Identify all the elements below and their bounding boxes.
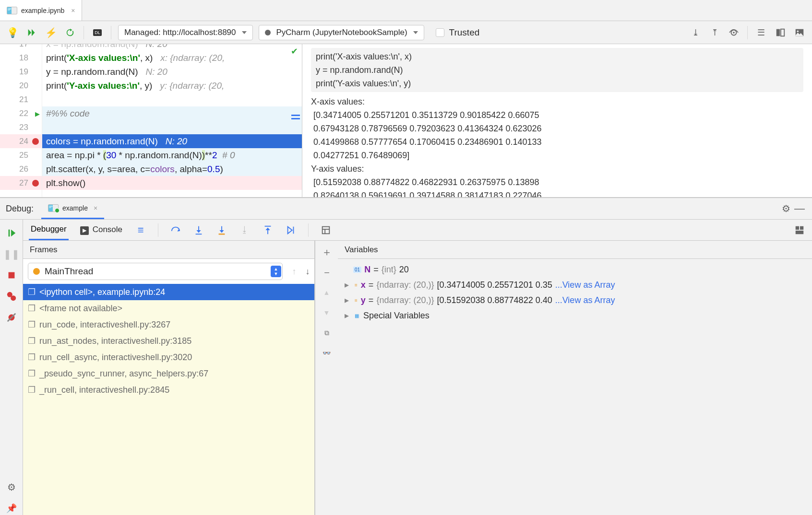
step-over-icon[interactable] [169,223,182,237]
glasses-icon[interactable]: 👓 [320,346,334,360]
editor-split: 171819202122▶2324252627 x = np.random.ra… [0,44,812,198]
add-watch-icon[interactable]: ＋ [320,246,334,259]
svg-rect-19 [322,226,330,234]
svg-rect-2 [776,29,780,36]
tab-console[interactable]: ▶Console [78,220,124,240]
pin-icon[interactable]: 📌 [5,502,18,515]
step-into-icon[interactable] [192,223,205,237]
layout-icon[interactable] [793,223,806,237]
code-editor[interactable]: 171819202122▶2324252627 x = np.random.ra… [0,44,302,197]
frame-row[interactable]: ❐run_ast_nodes, interactiveshell.py:3185 [23,333,314,349]
variable-row[interactable]: ▸≡ y = {ndarray: (20,)} [0.51592038 0.88… [340,293,810,308]
output-panel[interactable]: print('X-axis values:\n', x) y = np.rand… [302,44,812,197]
debug-title: Debug: [6,204,34,214]
svg-point-5 [797,30,799,32]
chevron-down-icon [242,31,247,34]
mute-breakpoints-icon[interactable] [5,311,18,324]
console-icon: ▶ [80,226,89,235]
variables-title: Variables [338,241,812,259]
debug-sidebar: ❚❚ ⚙ 📌 [0,220,23,515]
thread-name: MainThread [45,266,271,277]
frame-row[interactable]: ❐run_code, interactiveshell.py:3267 [23,316,314,333]
minimize-icon[interactable]: — [793,202,806,215]
debug-session-tab[interactable]: example × [41,198,104,219]
frame-row[interactable]: ❐run_cell_async, interactiveshell.py:302… [23,349,314,365]
frames-list[interactable]: ❐<ipython cell>, example.ipynb:24❐<frame… [23,284,314,515]
frames-panel: Frames MainThread ▲▼ ↑ ↓ [23,241,315,515]
kernel-combo[interactable]: PyCharm (JupyterNotebookSample) [259,25,424,40]
variable-row[interactable]: 01 N = {int} 20 [340,262,810,277]
variable-row[interactable]: ▸≡ x = {ndarray: (20,)} [0.34714005 0.25… [340,277,810,293]
svg-rect-3 [781,29,784,36]
inspection-ok-icon: ✔ [291,46,298,57]
debug-toolwindow-header: Debug: example × ⚙ — [0,198,812,220]
kernel-combo-label: PyCharm (JupyterNotebookSample) [276,28,407,37]
svg-rect-22 [796,226,799,229]
evaluate-icon[interactable] [319,223,333,237]
gear-icon[interactable]: ⚙ [779,202,793,215]
thread-selector[interactable]: MainThread ▲▼ [28,263,283,280]
preview-icon[interactable] [727,26,740,39]
svg-point-9 [11,295,16,301]
trusted-toggle[interactable]: Trusted [436,27,480,38]
stop-icon[interactable] [5,269,18,282]
debug-tabs: Debugger ▶Console ≡ ⭳ [23,220,812,241]
cell-above-icon[interactable]: ⤒ [708,26,721,39]
step-out-icon[interactable] [261,223,275,237]
checkbox-icon[interactable] [436,28,444,37]
frame-row[interactable]: ❐_run_cell, interactiveshell.py:2845 [23,382,314,398]
close-icon[interactable]: × [71,7,75,14]
dl-icon[interactable]: DL [91,26,104,39]
frame-row[interactable]: ❐<frame not available> [23,300,314,316]
debug-main: Debugger ▶Console ≡ ⭳ Frames [23,220,812,515]
view-breakpoints-icon[interactable] [5,290,18,303]
step-into-my-code-icon[interactable] [215,223,228,237]
variables-panel: Variables 01 N = {int} 20▸≡ x = {ndarray… [338,241,812,515]
list-view-icon[interactable]: ☰ [754,26,768,39]
pause-icon[interactable]: ❚❚ [5,247,18,261]
chevron-down-icon [413,31,418,34]
up-icon[interactable]: ▲ [320,286,334,299]
lightbulb-icon[interactable]: 💡 [6,26,19,39]
stepper-icon[interactable]: ▲▼ [271,266,281,277]
down-icon[interactable]: ▼ [320,306,334,319]
next-frame-icon[interactable]: ↓ [301,265,314,278]
debug-session-name: example [62,204,88,212]
split-view-icon[interactable] [774,26,787,39]
run-to-cursor-icon[interactable] [284,223,298,237]
editor-gutter[interactable]: 171819202122▶2324252627 [0,44,42,197]
frame-row[interactable]: ❐_pseudo_sync_runner, async_helpers.py:6… [23,365,314,382]
threads-icon[interactable]: ≡ [134,223,147,237]
kernel-status-icon [265,30,271,35]
jupyter-toolbar: 💡 ⚡ DL Managed: http://localhost:8890 Py… [0,21,812,44]
image-view-icon[interactable] [793,26,806,39]
remove-watch-icon[interactable]: － [320,266,334,279]
server-combo[interactable]: Managed: http://localhost:8890 [118,25,253,40]
cell-below-icon[interactable]: ⤓ [689,26,702,39]
run-all-icon[interactable] [25,26,38,39]
output-text: X-axis values: [0.34714005 0.25571201 0.… [311,95,803,197]
variable-row[interactable]: ▸▦ Special Variables [340,308,810,323]
svg-rect-7 [8,272,14,279]
separator [84,26,84,39]
frame-row[interactable]: ❐<ipython cell>, example.ipynb:24 [23,284,314,300]
prev-frame-icon[interactable]: ↑ [287,265,301,278]
bolt-icon[interactable]: ⚡ [44,26,58,39]
file-tab-name: example.ipynb [21,7,64,14]
separator [308,223,309,237]
force-step-into-icon[interactable]: ⭳ [238,223,251,237]
cell-marker-icon [291,115,300,119]
file-tab[interactable]: example.ipynb × [0,0,82,21]
copy-icon[interactable]: ⧉ [320,326,334,339]
output-source-block: print('X-axis values:\n', x) y = np.rand… [311,48,803,92]
settings-icon[interactable]: ⚙ [5,480,18,494]
debug-toolwindow: ❚❚ ⚙ 📌 Debugger ▶Console ≡ ⭳ [0,220,812,515]
jupyter-running-icon [48,204,59,212]
editor-code[interactable]: x = np.random.rand(N) N: 20print('X-axis… [42,44,302,197]
resume-icon[interactable] [5,226,18,240]
svg-rect-23 [800,226,803,229]
close-icon[interactable]: × [94,204,97,212]
restart-icon[interactable] [63,26,77,39]
tab-debugger[interactable]: Debugger [29,220,69,240]
variables-list[interactable]: 01 N = {int} 20▸≡ x = {ndarray: (20,)} [… [338,259,812,515]
